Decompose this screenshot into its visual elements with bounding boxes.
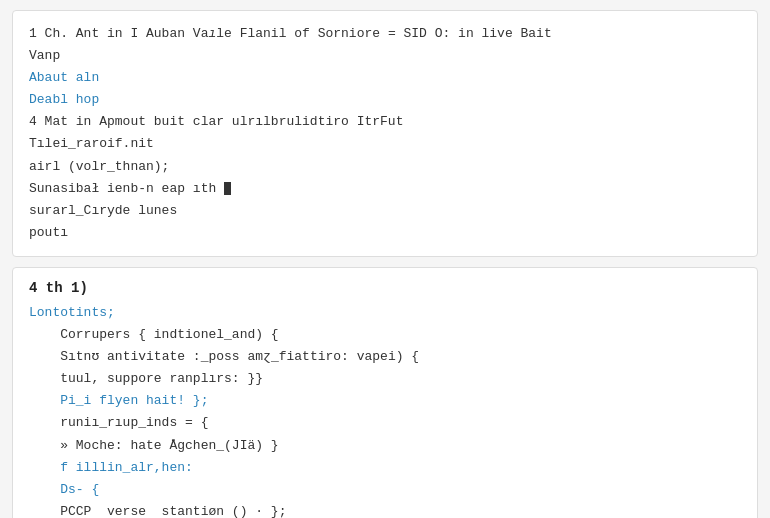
p2-line-6: runiı_rıup_inds = { xyxy=(29,412,741,434)
panel-2: 4 th 1) Lontotints; Corrupers { indtione… xyxy=(12,267,758,518)
line-5: 4 Mat in Apmout buit clar ulrılbrulidtir… xyxy=(29,111,741,133)
line-10: poutı xyxy=(29,222,741,244)
line-4: Deabl hop xyxy=(29,89,741,111)
p2-line-1: Lontotints; xyxy=(29,302,741,324)
p2-line-10: PCCP verse stantiøn () · }; xyxy=(29,501,741,518)
panel-2-content: Lontotints; Corrupers { indtionel_and) {… xyxy=(29,302,741,518)
line-9: surarl_Cıryde lunes xyxy=(29,200,741,222)
p2-line-7: » Moche: hate Ågchen_(JIä) } xyxy=(29,435,741,457)
line-3: Abaut aln xyxy=(29,67,741,89)
line-1: 1 Ch. Ant in I Auban Vaıle Flanil of Sor… xyxy=(29,23,741,45)
panel-2-header: 4 th 1) xyxy=(29,280,741,296)
line-7: airl (volr_thnan); xyxy=(29,156,741,178)
line-8: Sunasibał ienb-n eap ıth xyxy=(29,178,741,200)
p2-line-8: f illlin_alr,hen: xyxy=(29,457,741,479)
p2-line-9: Ds- { xyxy=(29,479,741,501)
panel-1: 1 Ch. Ant in I Auban Vaıle Flanil of Sor… xyxy=(12,10,758,257)
line-6: Tılei_raroif.nit xyxy=(29,133,741,155)
p2-line-5: Pi_i flyen hait! }; xyxy=(29,390,741,412)
panel-1-content: 1 Ch. Ant in I Auban Vaıle Flanil of Sor… xyxy=(29,23,741,244)
p2-line-2: Corrupers { indtionel_and) { xyxy=(29,324,741,346)
p2-line-4: tuul, suppore ranplırs: }} xyxy=(29,368,741,390)
line-2: Vanp xyxy=(29,45,741,67)
p2-line-3: Sıtnʊ antivitate :_poss amɀ_fiattiro: va… xyxy=(29,346,741,368)
